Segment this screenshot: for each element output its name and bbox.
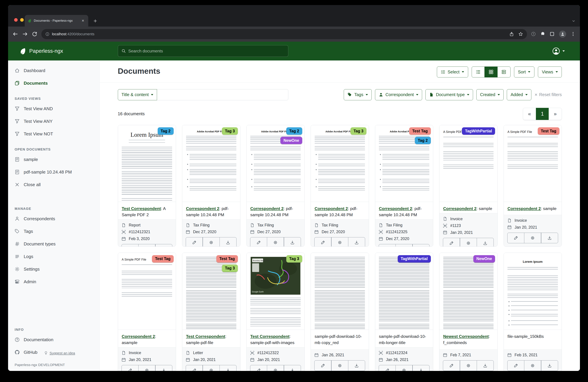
- sidebar-item-test-view-not[interactable]: Test View NOT: [15, 128, 93, 140]
- correspondent-link[interactable]: Correspondent 2: [379, 206, 412, 211]
- download-button[interactable]: [220, 237, 237, 247]
- edit-button[interactable]: [507, 233, 525, 243]
- edit-button[interactable]: [186, 237, 203, 247]
- document-thumbnail[interactable]: Adobe Acrobat PDF Files Tag 3: [311, 125, 369, 202]
- preview-button[interactable]: [396, 244, 413, 247]
- browser-profile-avatar[interactable]: [559, 31, 566, 38]
- preview-button[interactable]: [524, 360, 541, 371]
- tag-badge[interactable]: Tag 3: [222, 264, 238, 272]
- forward-icon[interactable]: [22, 31, 28, 37]
- sidebar-item-github[interactable]: GitHub: [15, 347, 38, 358]
- edit-button[interactable]: [443, 238, 460, 247]
- back-icon[interactable]: [13, 31, 18, 37]
- document-thumbnail[interactable]: Test TagTag 3: [182, 253, 240, 330]
- document-thumbnail[interactable]: NewOne: [440, 253, 497, 330]
- document-name[interactable]: sample-pdf-file: [186, 340, 213, 345]
- download-button[interactable]: [220, 365, 237, 371]
- preview-button[interactable]: [331, 237, 348, 247]
- sidebar-item-settings[interactable]: Settings: [15, 263, 93, 275]
- document-thumbnail[interactable]: [311, 253, 369, 330]
- extension-badge-icon[interactable]: [531, 32, 536, 37]
- view-mode-detail-button[interactable]: [497, 66, 510, 78]
- tag-badge[interactable]: Test Tag: [152, 255, 173, 262]
- preview-button[interactable]: [203, 365, 220, 371]
- filter-added-button[interactable]: Added: [507, 89, 531, 100]
- pagination-next-button[interactable]: »: [549, 108, 562, 120]
- edit-button[interactable]: [314, 360, 332, 371]
- tag-badge[interactable]: Tag 2: [286, 127, 302, 135]
- sidebar-item-dashboard[interactable]: Dashboard: [15, 65, 93, 76]
- correspondent-link[interactable]: Correspondent 2: [122, 334, 155, 339]
- document-name[interactable]: sample-pdf-with-images: [250, 340, 294, 345]
- share-icon[interactable]: [509, 32, 514, 36]
- document-thumbnail[interactable]: A Simple PDF File Test Tag: [504, 125, 562, 202]
- address-bar[interactable]: localhost:4200/documents: [41, 29, 527, 39]
- preview-button[interactable]: [267, 365, 284, 371]
- filter-correspondent-button[interactable]: Correspondent: [375, 89, 422, 100]
- edit-button[interactable]: [507, 360, 525, 371]
- edit-button[interactable]: [379, 365, 396, 371]
- tag-badge[interactable]: Test Tag: [409, 127, 431, 135]
- view-mode-grid-button[interactable]: [484, 66, 498, 78]
- views-button[interactable]: Views: [538, 66, 562, 78]
- extensions-puzzle-icon[interactable]: [540, 32, 545, 37]
- document-thumbnail[interactable]: TagWithPartial: [375, 253, 433, 330]
- edit-button[interactable]: [379, 244, 396, 247]
- download-button[interactable]: [477, 238, 494, 247]
- download-button[interactable]: [284, 237, 301, 247]
- tab-search-chevron-icon[interactable]: [572, 19, 576, 23]
- edit-button[interactable]: [250, 365, 267, 371]
- preview-button[interactable]: [331, 360, 348, 371]
- sidebar-item-admin[interactable]: Admin: [15, 276, 93, 287]
- preview-button[interactable]: [138, 244, 155, 247]
- correspondent-link[interactable]: Test Correspondent: [186, 334, 225, 339]
- tag-badge[interactable]: Tag 2: [158, 127, 174, 135]
- new-tab-button[interactable]: [92, 18, 99, 24]
- correspondent-link[interactable]: Test Correspondent: [250, 334, 290, 339]
- search-input[interactable]: [128, 49, 285, 53]
- tag-badge[interactable]: Tag 3: [222, 127, 238, 135]
- download-button[interactable]: [155, 244, 172, 247]
- download-button[interactable]: [155, 365, 172, 371]
- sidebar-item-document-types[interactable]: Document types: [15, 238, 93, 249]
- edit-button[interactable]: [250, 237, 267, 247]
- reset-filters-button[interactable]: ×Reset filters: [535, 92, 562, 97]
- download-button[interactable]: [348, 237, 365, 247]
- bookmark-star-icon[interactable]: [518, 32, 523, 36]
- correspondent-link[interactable]: Correspondent 2: [443, 206, 477, 211]
- edit-button[interactable]: [443, 360, 460, 371]
- download-button[interactable]: [541, 360, 558, 371]
- filter-text-input[interactable]: [157, 89, 288, 100]
- correspondent-link[interactable]: Newest Correspondent: [443, 334, 489, 339]
- download-button[interactable]: [541, 233, 558, 243]
- preview-button[interactable]: [460, 360, 477, 371]
- document-thumbnail[interactable]: Lorem ipsum: [504, 253, 562, 330]
- sidebar-item-test-view-and[interactable]: Test View AND: [15, 103, 93, 114]
- preview-button[interactable]: [138, 365, 155, 371]
- tag-badge[interactable]: NewOne: [473, 255, 495, 262]
- download-button[interactable]: [412, 365, 429, 371]
- preview-button[interactable]: [267, 237, 284, 247]
- sort-button[interactable]: Sort: [514, 66, 534, 78]
- edit-button[interactable]: [122, 244, 139, 247]
- filter-created-button[interactable]: Created: [476, 89, 504, 100]
- document-name[interactable]: sample-pdf-download-10-mb-longer-title: [379, 334, 426, 345]
- browser-tab[interactable]: Documents - Paperless-ngx ✕: [25, 15, 88, 26]
- pagination-prev-button[interactable]: «: [523, 108, 536, 120]
- edit-button[interactable]: [314, 237, 332, 247]
- site-info-icon[interactable]: [45, 32, 49, 36]
- document-thumbnail[interactable]: A Simple PDF File Test Tag: [118, 253, 176, 330]
- document-name[interactable]: f_combineds: [443, 340, 467, 345]
- download-button[interactable]: [412, 244, 429, 247]
- tag-badge[interactable]: Tag 3: [286, 255, 302, 262]
- view-mode-list-button[interactable]: [472, 66, 485, 78]
- document-name[interactable]: sample-pdf-download-10-mb copy_red: [315, 334, 362, 345]
- sidebar-panel-icon[interactable]: [550, 32, 555, 37]
- sidebar-item-test-view-any[interactable]: Test View ANY: [15, 116, 93, 127]
- correspondent-link[interactable]: Correspondent 2: [507, 206, 541, 211]
- preview-button[interactable]: [203, 237, 220, 247]
- app-brand[interactable]: Paperless-ngx: [20, 48, 63, 54]
- sidebar-item-correspondents[interactable]: Correspondents: [15, 213, 93, 224]
- download-button[interactable]: [348, 360, 365, 371]
- tag-badge[interactable]: TagWithPartial: [398, 255, 431, 262]
